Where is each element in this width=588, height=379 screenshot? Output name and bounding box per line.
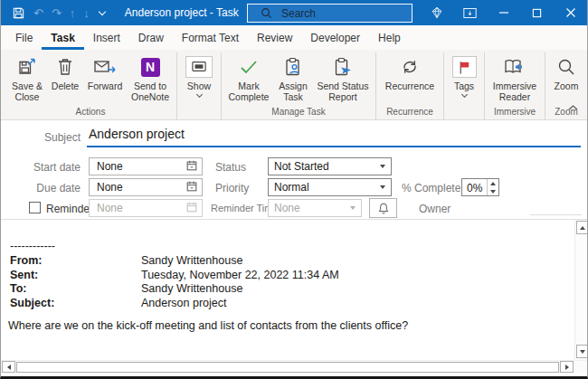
group-label-zoom: Zoom: [548, 106, 584, 119]
reminder-sound-button[interactable]: [369, 198, 397, 218]
reminder-checkbox[interactable]: [29, 202, 41, 213]
subject-field[interactable]: Anderson project: [89, 127, 185, 141]
reminder-date-field[interactable]: None: [89, 199, 203, 217]
scroll-up-icon[interactable]: [576, 221, 587, 234]
owner-field: [530, 214, 582, 215]
ribbon-group-recurrence: Recurrence Recurrence: [376, 52, 444, 119]
delete-icon: [55, 55, 75, 79]
recurrence-button[interactable]: Recurrence: [379, 52, 441, 91]
reminder-time-dropdown[interactable]: None: [268, 199, 362, 217]
search-input[interactable]: Search: [247, 4, 413, 23]
search-icon: [261, 7, 272, 19]
customize-toolbar-chevron-icon[interactable]: [99, 7, 106, 14]
scrollbar-corner: [574, 361, 587, 373]
subject-underline: [87, 146, 581, 147]
forward-button[interactable]: Forward: [83, 52, 127, 91]
task-form: Subject Anderson project Start date None…: [1, 120, 587, 220]
header-row-sent: Sent:Tuesday, November 22, 2022 11:34 AM: [10, 269, 565, 283]
tab-task[interactable]: Task: [42, 25, 83, 50]
move-down-icon: ↓: [83, 7, 90, 19]
priority-dropdown[interactable]: Normal: [268, 178, 392, 196]
tab-review[interactable]: Review: [248, 25, 301, 50]
immersive-reader-icon: [503, 55, 526, 79]
vertical-scrollbar[interactable]: [574, 220, 587, 360]
save-and-close-button[interactable]: Save & Close: [7, 52, 47, 103]
flag-icon: [452, 56, 477, 78]
due-date-field[interactable]: None: [89, 178, 203, 196]
group-label-recurrence: Recurrence: [379, 106, 441, 119]
calendar-icon: [185, 201, 198, 216]
start-date-label: Start date: [1, 161, 81, 174]
tags-menu-chevron-icon: [460, 91, 467, 98]
group-label-actions: Actions: [7, 106, 174, 119]
message-content: ------------ From:Sandy Writtenhouse Sen…: [10, 240, 565, 334]
zoom-button[interactable]: Zoom: [548, 52, 584, 91]
calendar-icon[interactable]: [185, 159, 198, 175]
search-placeholder: Search: [281, 7, 316, 20]
subject-label: Subject: [1, 131, 81, 144]
popout-icon[interactable]: [453, 0, 487, 25]
save-close-icon: [16, 55, 38, 79]
horizontal-scroll-thumb[interactable]: [16, 362, 559, 373]
scroll-right-icon[interactable]: [560, 361, 574, 373]
tags-button[interactable]: Tags: [447, 52, 481, 97]
ribbon-group-immersive: Immersive Reader Immersive: [485, 52, 545, 119]
send-status-report-icon: [332, 55, 354, 79]
minimize-button[interactable]: [487, 0, 520, 25]
task-body[interactable]: ------------ From:Sandy Writtenhouse Sen…: [1, 220, 587, 360]
dropdown-caret-icon: [380, 185, 385, 189]
immersive-reader-button[interactable]: Immersive Reader: [488, 52, 542, 103]
send-to-onenote-button[interactable]: N Send to OneNote: [127, 52, 174, 103]
tab-insert[interactable]: Insert: [84, 25, 129, 50]
quick-access-toolbar: ↶ ↷ ↑ ↓: [1, 6, 105, 20]
reminder-label: Reminder: [46, 203, 93, 215]
maximize-button[interactable]: [520, 0, 554, 25]
zoom-icon: [555, 55, 577, 79]
ribbon-group-tags: Tags: [444, 52, 485, 119]
calendar-icon[interactable]: [185, 180, 198, 195]
horizontal-scrollbar[interactable]: [1, 360, 587, 373]
scroll-left-icon[interactable]: [2, 361, 15, 373]
bottom-strip: [1, 373, 587, 376]
move-up-icon: ↑: [70, 7, 76, 19]
redo-icon: ↷: [52, 7, 62, 19]
tab-file[interactable]: File: [6, 25, 42, 50]
delete-button[interactable]: Delete: [47, 52, 83, 91]
task-window: ↶ ↷ ↑ ↓ Anderson project - Task Search: [0, 0, 588, 379]
start-date-field[interactable]: None: [89, 157, 203, 175]
due-date-label: Due date: [1, 182, 81, 194]
status-dropdown[interactable]: Not Started: [268, 157, 392, 175]
tab-help[interactable]: Help: [369, 25, 410, 50]
tab-draw[interactable]: Draw: [129, 25, 173, 50]
mark-complete-button[interactable]: Mark Complete: [224, 52, 273, 103]
ribbon: Save & Close Delete Forward N: [1, 50, 587, 120]
group-label-immersive: Immersive: [488, 106, 542, 119]
dropdown-caret-icon: [350, 206, 356, 210]
ribbon-group-zoom: Zoom Zoom: [545, 52, 588, 119]
send-status-report-button[interactable]: Send Status Report: [313, 52, 373, 103]
tab-developer[interactable]: Developer: [301, 25, 369, 50]
save-icon[interactable]: [12, 6, 25, 20]
message-text: Where are we on the kick-off meeting and…: [8, 319, 565, 334]
onenote-icon: N: [141, 55, 160, 79]
percent-complete-spinner[interactable]: 0%: [461, 178, 499, 196]
spinner-down-icon[interactable]: [488, 187, 498, 195]
group-label-manage-task: Manage Task: [224, 106, 373, 119]
assign-task-button[interactable]: Assign Task: [273, 52, 313, 103]
status-label: Status: [215, 161, 246, 174]
header-row-from: From:Sandy Writtenhouse: [10, 254, 565, 269]
ribbon-tabs: File Task Insert Draw Format Text Review…: [1, 25, 587, 50]
mark-complete-icon: [238, 55, 260, 79]
titlebar: ↶ ↷ ↑ ↓ Anderson project - Task Search: [1, 0, 587, 25]
scroll-down-icon[interactable]: [576, 345, 587, 358]
titlebar-controls: [420, 0, 587, 25]
undo-icon: ↶: [33, 7, 43, 19]
separator-dashes: ------------: [10, 240, 565, 254]
ribbon-group-actions: Save & Close Delete Forward N: [5, 52, 177, 119]
show-button[interactable]: Show: [180, 52, 218, 97]
tab-format-text[interactable]: Format Text: [173, 25, 248, 50]
collapse-ribbon-icon[interactable]: [568, 98, 578, 114]
close-button[interactable]: [554, 0, 587, 25]
spinner-up-icon[interactable]: [488, 179, 498, 187]
coming-soon-gem-icon[interactable]: [420, 0, 453, 25]
